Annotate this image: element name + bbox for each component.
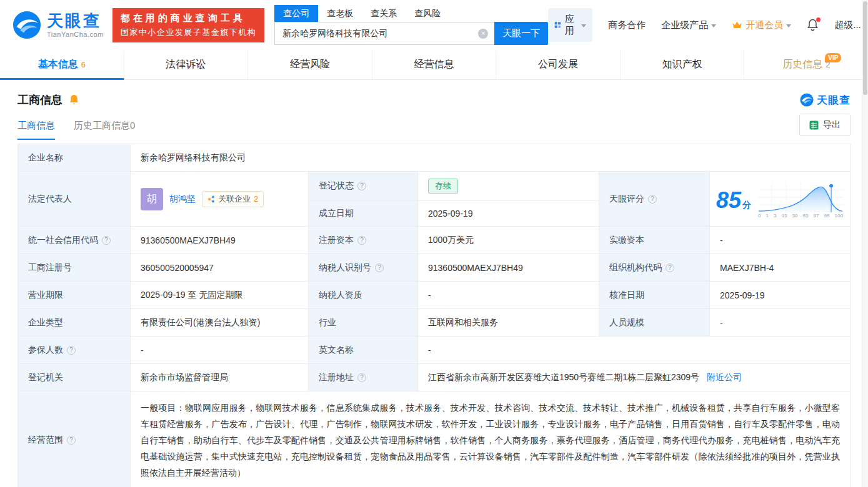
help-icon[interactable] <box>67 436 76 445</box>
nav-link-super-vip[interactable]: 超级... <box>834 19 861 31</box>
search-tab-company[interactable]: 查公司 <box>274 5 318 22</box>
insured-count-value: - <box>131 337 309 363</box>
table-row: 登记机关 新余市市场监督管理局 注册地址 江西省新余市高新开发区赛维大道1950… <box>18 364 850 391</box>
nearby-companies-link[interactable]: 附近公司 <box>707 372 742 383</box>
tab-intellectual-property[interactable]: 知识产权 <box>620 50 744 79</box>
brand-slogan-badge: 都在用的商业查询工具 国家中小企业发展子基金旗下机构 <box>112 8 265 42</box>
field-label: 行业 <box>309 309 418 336</box>
company-nav-tabs: 基本信息 6 法律诉讼 经营风险 经营信息 公司发展 知识产权 历史信息 2 V… <box>0 50 868 80</box>
top-header: 天眼查 TianYanCha.com 都在用的商业查询工具 国家中小企业发展子基… <box>0 0 868 50</box>
excel-export-icon <box>809 121 819 130</box>
subscribe-bell-icon[interactable] <box>69 94 79 106</box>
company-name-value: 新余哈罗网络科技有限公司 <box>131 144 850 171</box>
notifications-bell[interactable] <box>807 19 819 31</box>
help-icon[interactable] <box>67 346 76 355</box>
field-label: 人员规模 <box>599 309 710 336</box>
search-tab-relation[interactable]: 查关系 <box>362 5 406 22</box>
slogan-line2: 国家中小企业发展子基金旗下机构 <box>121 27 257 38</box>
search-tab-risk[interactable]: 查风险 <box>406 5 449 22</box>
nav-link-enterprise[interactable]: 企业级产品 <box>661 19 716 31</box>
subtab-row: 工商信息 历史工商信息0 导出 <box>0 110 868 140</box>
subtab-history-business-info[interactable]: 历史工商信息0 <box>74 120 135 140</box>
crown-icon <box>732 21 742 29</box>
export-button[interactable]: 导出 <box>799 114 851 136</box>
search-tab-boss[interactable]: 查老板 <box>318 5 362 22</box>
business-scope-cell: 一般项目：物联网应用服务，物联网技术服务，信息系统集成服务，技术服务、技术开发、… <box>131 391 850 487</box>
subtab-business-info[interactable]: 工商信息 <box>17 120 55 140</box>
taxpayer-quality-value: - <box>418 282 599 308</box>
relation-graph-icon <box>207 195 215 203</box>
subtab-history-count: 0 <box>130 120 135 130</box>
field-label: 企业类型 <box>18 309 131 336</box>
search-input-wrap <box>274 22 494 45</box>
industry-value: 互联网和相关服务 <box>418 309 599 336</box>
establish-date-value: 2025-09-19 <box>418 201 599 226</box>
field-label: 实缴资本 <box>599 227 710 253</box>
field-label: 纳税人资质 <box>309 282 418 308</box>
help-icon[interactable] <box>648 195 657 204</box>
field-label: 注册资本 <box>309 227 418 253</box>
tab-company-development[interactable]: 公司发展 <box>496 50 620 79</box>
related-companies-badge[interactable]: 关联企业 2 <box>202 191 264 207</box>
field-label: 英文名称 <box>309 337 418 363</box>
field-label: 纳税人识别号 <box>309 254 418 281</box>
reg-address-cell: 江西省新余市高新开发区赛维大道1950号赛维二期1栋二层聚虹2309号 附近公司 <box>418 364 850 391</box>
legal-rep-link[interactable]: 胡鸿坚 <box>169 194 196 205</box>
chevron-down-icon <box>786 24 791 27</box>
reg-authority-value: 新余市市场监督管理局 <box>131 364 309 391</box>
english-name-value: - <box>418 337 850 363</box>
org-code-value: MAEXJ7BH-4 <box>710 254 850 281</box>
help-icon[interactable] <box>375 263 384 272</box>
field-label: 核准日期 <box>599 282 710 308</box>
logo-brand-text: 天眼查 <box>47 12 104 29</box>
help-icon[interactable] <box>102 236 111 245</box>
scrollbar-thumb[interactable] <box>863 1 867 95</box>
nav-link-cooperation[interactable]: 商务合作 <box>608 19 646 31</box>
help-icon[interactable] <box>357 182 366 190</box>
tab-operation-risk[interactable]: 经营风险 <box>247 50 372 79</box>
tab-operation-info[interactable]: 经营信息 <box>372 50 496 79</box>
table-row: 法定代表人 胡 胡鸿坚 关联企业 2 登记状态 <box>18 172 850 227</box>
table-row: 经营范围 一般项目：物联网应用服务，物联网技术服务，信息系统集成服务，技术服务、… <box>18 391 850 487</box>
reg-status-cell: 存续 <box>418 172 599 200</box>
status-badge: 存续 <box>428 179 458 194</box>
clear-search-icon[interactable] <box>478 29 488 39</box>
table-row: 参保人数 - 英文名称 - <box>18 337 850 364</box>
chevron-down-icon <box>581 24 586 27</box>
business-info-table: 企业名称 新余哈罗网络科技有限公司 法定代表人 胡 胡鸿坚 关联企业 2 <box>17 144 851 487</box>
watermark-logo: 天眼查 <box>800 93 851 107</box>
related-companies-count: 2 <box>254 194 258 204</box>
tab-basic-info[interactable]: 基本信息 6 <box>0 50 124 79</box>
field-label: 登记机关 <box>18 364 131 391</box>
slogan-line1: 都在用的商业查询工具 <box>121 12 257 24</box>
field-label: 组织机构代码 <box>599 254 710 281</box>
search-input[interactable] <box>282 29 478 39</box>
table-row: 企业类型 有限责任公司(港澳台法人独资) 行业 互联网和相关服务 人员规模 - <box>18 309 850 337</box>
table-row: 营业期限 2025-09-19 至 无固定期限 纳税人资质 - 核准日期 202… <box>18 282 850 309</box>
staff-size-value: - <box>710 309 850 336</box>
tab-legal-litigation[interactable]: 法律诉讼 <box>124 50 248 79</box>
tianyancha-logo[interactable]: 天眼查 TianYanCha.com <box>12 11 104 39</box>
field-label: 经营范围 <box>18 391 131 487</box>
top-nav: 应用 商务合作 企业级产品 开通会员 超级... <box>548 8 861 42</box>
status-date-stack: 登记状态 存续 成立日期 2025-09-19 <box>309 172 599 226</box>
vip-badge: VIP <box>825 53 841 62</box>
nav-link-vip[interactable]: 开通会员 <box>732 19 791 31</box>
vertical-scrollbar[interactable] <box>862 0 868 487</box>
search-button[interactable]: 天眼一下 <box>494 22 548 45</box>
apps-menu-button[interactable]: 应用 <box>548 8 592 42</box>
field-label: 注册地址 <box>309 364 418 391</box>
help-icon[interactable] <box>357 373 366 382</box>
tab-history-info[interactable]: 历史信息 2 VIP <box>744 50 868 79</box>
section-header: 工商信息 天眼查 <box>0 80 868 110</box>
business-term-value: 2025-09-19 至 无固定期限 <box>131 282 309 308</box>
reg-number-value: 360500520005947 <box>131 254 309 281</box>
apps-label: 应用 <box>565 13 577 37</box>
help-icon[interactable] <box>357 236 366 245</box>
tianyancha-watermark-icon <box>800 93 814 107</box>
credit-code-value: 91360500MAEXJ7BH49 <box>131 227 309 253</box>
help-icon[interactable] <box>666 263 674 272</box>
table-row: 统一社会信用代码 91360500MAEXJ7BH49 注册资本 1000万美元… <box>18 227 850 254</box>
field-label: 登记状态 <box>309 172 418 200</box>
legal-rep-avatar[interactable]: 胡 <box>141 188 163 210</box>
